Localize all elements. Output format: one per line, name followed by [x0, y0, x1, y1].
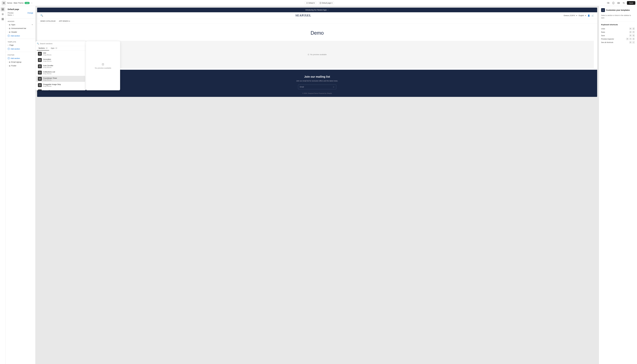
svg-point-15: [2, 14, 3, 14]
nav-link-catalogue[interactable]: DEMO CATALOGUE: [40, 20, 56, 22]
undo-button[interactable]: [622, 1, 626, 5]
tab-sections[interactable]: Sections 18: [37, 46, 49, 50]
footer-subtitle: Join our email list for exclusive offers…: [40, 80, 594, 82]
content-area: 🔍 Sections 18 Apps 10 404: [36, 6, 599, 364]
popup-list-item-countdown-timer[interactable]: Countdown Timer Snap Blocks: [36, 76, 85, 82]
left-nav: [0, 6, 6, 364]
search-icon: 🔍: [37, 42, 39, 44]
svg-rect-2: [3, 4, 5, 4]
sidebar-item-header[interactable]: › ▦ Header: [6, 30, 35, 34]
shortcut-key: S: [632, 34, 635, 37]
change-link[interactable]: Change: [28, 12, 33, 14]
item-icon-image-compare: [38, 90, 42, 90]
save-button[interactable]: Save: [627, 1, 635, 5]
shortcut-key: ⌥: [629, 38, 632, 40]
svg-rect-12: [2, 8, 4, 9]
add-section-template-button[interactable]: + Add section: [6, 47, 35, 51]
popup-list-item-collections-list[interactable]: Collections List Snap Blocks: [36, 70, 85, 76]
svg-point-8: [614, 4, 614, 4]
popup-list-item-accordion[interactable]: Accordion Snap Blocks: [36, 57, 85, 63]
nav-icon-settings[interactable]: [0, 12, 5, 16]
email-icon: ▦: [9, 61, 10, 63]
item-text-draggable-image-strip: Draggable Image Strip Snap Blocks: [43, 83, 61, 87]
popup-list-item-auto-scroller[interactable]: Auto Scroller Snap Blocks: [36, 63, 85, 69]
shortcut-row: Undo⌘Z: [601, 27, 635, 30]
sidebar-item-footer[interactable]: › ▦ Footer: [6, 64, 35, 68]
shortcut-key: /: [632, 41, 635, 44]
sidebar-item-announcement[interactable]: › ▦ Announcement bar: [6, 26, 35, 30]
zoom-icon[interactable]: [616, 1, 620, 5]
sidebar-item-page[interactable]: □ Page: [6, 43, 35, 47]
nav-link-app-demos[interactable]: APP DEMOS ▾: [59, 20, 70, 22]
mobile-preview-icon[interactable]: [611, 1, 616, 5]
shortcut-row: See all shortcuts⌘/: [601, 41, 635, 44]
email-input[interactable]: [298, 85, 331, 89]
eye-icon[interactable]: 👁: [32, 24, 33, 26]
account-icon[interactable]: 👤: [588, 14, 590, 17]
search-input[interactable]: [40, 42, 84, 44]
footer-icon: ▦: [9, 65, 10, 67]
nav-icon-apps[interactable]: [0, 17, 5, 21]
shortcut-key: ⌘: [626, 38, 629, 40]
add-section-footer-button[interactable]: + Add section: [6, 56, 35, 60]
header-section-title: Header: [6, 20, 35, 23]
template-section-title: Template: [6, 40, 35, 43]
divider-1: [6, 18, 35, 18]
shortcut-key: Y: [632, 31, 635, 33]
topbar: Sense - Main Theme Live ··· Default ▾ De…: [0, 0, 637, 6]
more-options-button[interactable]: ···: [31, 2, 32, 4]
store-region[interactable]: Greece | EUR € ▾: [564, 14, 577, 16]
hero-title: Demo: [40, 30, 594, 36]
plus-icon: +: [8, 35, 10, 37]
shortcut-row: Save⌘S: [601, 34, 635, 37]
chevron-icon: ›: [8, 61, 8, 63]
demo-link[interactable]: Demo ↗: [6, 14, 35, 17]
shortcut-key: ⌘: [629, 28, 632, 30]
no-preview-panel: ⊡ No preview available: [86, 41, 120, 90]
devices-icon[interactable]: [606, 1, 610, 5]
item-icon-draggable-image-strip: [38, 83, 42, 87]
main-layout: Default page Preview Change Demo ↗ Heade…: [0, 6, 637, 364]
chevron-icon: ›: [8, 31, 8, 33]
nav-icon-sections[interactable]: [0, 7, 5, 12]
no-preview-icon: ⊡: [95, 62, 111, 66]
svg-rect-0: [3, 2, 5, 2]
sidebar: Default page Preview Change Demo ↗ Heade…: [6, 6, 36, 364]
svg-rect-13: [2, 10, 2, 10]
search-icon-store[interactable]: 🔍: [40, 14, 43, 17]
svg-rect-16: [2, 18, 2, 19]
email-submit-button[interactable]: →: [331, 85, 336, 89]
shortcut-keys: ⌘/: [629, 41, 635, 44]
item-text-404: 404 Snap Blocks: [43, 52, 52, 56]
sidebar-item-email-signup[interactable]: › ▦ Email signup: [6, 60, 35, 64]
svg-rect-5: [607, 2, 608, 4]
shortcut-keys: ⌘S: [629, 34, 635, 37]
default-dropdown[interactable]: Default ▾: [305, 1, 316, 5]
sidebar-item-apps[interactable]: › ▦ Apps 👁: [6, 23, 35, 26]
shortcut-label: Undo: [601, 28, 605, 30]
sidebar-toggle-icon[interactable]: [2, 1, 6, 5]
search-bar: 🔍: [36, 41, 86, 46]
page-dropdown[interactable]: Default page ▾: [318, 1, 334, 5]
shortcut-keys: ⌘⌥I: [626, 38, 635, 40]
item-text-image-compare: Image Compare Snap Blocks: [43, 90, 56, 90]
chevron-icon: ›: [8, 65, 8, 66]
shortcut-row: Preview inspector⌘⌥I: [601, 37, 635, 41]
tab-apps[interactable]: Apps 10: [49, 46, 59, 50]
shortcut-keys: ⌘Y: [629, 31, 635, 33]
theme-name: Sense - Main Theme: [7, 2, 24, 4]
shortcut-label: See all shortcuts: [601, 42, 613, 44]
cart-icon[interactable]: 🛒: [592, 14, 594, 17]
popup-list-item-image-compare[interactable]: Image Compare Snap Blocks: [36, 88, 85, 90]
store-language[interactable]: English ▾: [579, 14, 586, 16]
panel-divider: [601, 21, 635, 22]
add-section-header-button[interactable]: + Add section: [6, 34, 35, 38]
popup-list-item-draggable-image-strip[interactable]: Draggable Image Strip Snap Blocks: [36, 82, 85, 88]
plus-icon: +: [8, 48, 10, 50]
header-icon: ▦: [9, 31, 10, 33]
popup-list-item-404[interactable]: 404 Snap Blocks: [36, 51, 85, 57]
item-text-countdown-timer: Countdown Timer Snap Blocks: [43, 77, 57, 81]
store-no-preview-area: ⊡ No preview available: [40, 41, 594, 68]
item-icon-countdown-timer: [38, 77, 42, 81]
svg-rect-19: [3, 19, 4, 20]
